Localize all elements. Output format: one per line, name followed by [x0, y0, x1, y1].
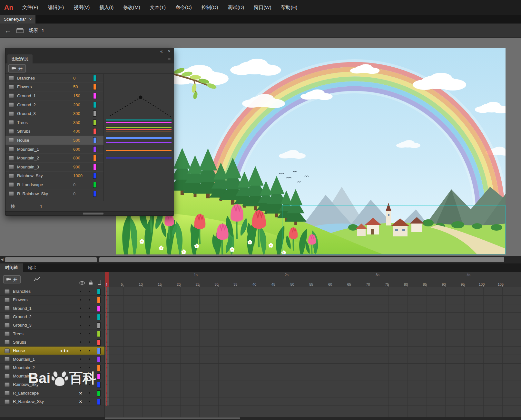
- layer-depth-value[interactable]: 0: [73, 182, 92, 187]
- timeline-grid-row[interactable]: [105, 364, 521, 372]
- timeline-layer-row[interactable]: Mountain_1: [0, 355, 104, 363]
- layer-depth-value[interactable]: 800: [73, 156, 92, 160]
- timeline-grid-row[interactable]: [105, 321, 521, 329]
- layer-visibility-toggle[interactable]: ×: [78, 389, 83, 397]
- layer-visibility-toggle[interactable]: [78, 287, 83, 295]
- layer-lock-toggle[interactable]: [87, 355, 92, 363]
- timeline-grid-row[interactable]: [105, 329, 521, 338]
- menu-item[interactable]: 文本(T): [145, 0, 171, 15]
- scene-breadcrumb-label[interactable]: 场景: [29, 27, 38, 33]
- layer-color-swatch[interactable]: [97, 390, 101, 396]
- depth-viz-line[interactable]: [106, 129, 172, 130]
- timeline-layer-row[interactable]: Trees: [0, 329, 104, 338]
- layer-depth-value[interactable]: 50: [73, 84, 92, 89]
- tab-close-icon[interactable]: ×: [29, 17, 32, 22]
- depth-layer-row[interactable]: Mountain_1600: [5, 145, 103, 154]
- timeline-layer-row[interactable]: House◀▮▶: [0, 347, 104, 355]
- depth-layer-row[interactable]: R_Rainbow_Sky0: [5, 189, 103, 198]
- timeline-grid-row[interactable]: [105, 338, 521, 347]
- layer-color-swatch[interactable]: [97, 297, 101, 303]
- frame-ruler[interactable]: 1s2s3s4s 5101520253035404550556065707580…: [105, 272, 521, 287]
- timeline-grid-row[interactable]: [105, 287, 521, 296]
- timeline-layer-row[interactable]: Ground_2: [0, 313, 104, 321]
- graph-editor-icon[interactable]: [34, 277, 40, 282]
- layer-depth-value[interactable]: 150: [73, 93, 92, 98]
- timeline-tab[interactable]: 输出: [23, 263, 42, 272]
- depth-layer-row[interactable]: House500: [5, 136, 103, 145]
- lock-icon[interactable]: [89, 281, 93, 285]
- layer-depth-value[interactable]: 600: [73, 147, 92, 152]
- timeline-layer-row[interactable]: R_Landscape×: [0, 389, 104, 397]
- layer-visibility-toggle[interactable]: ×: [78, 397, 83, 406]
- depth-layer-row[interactable]: Ground_1150: [5, 91, 103, 100]
- timeline-scrollbar[interactable]: [0, 417, 521, 420]
- depth-viz-line[interactable]: [106, 127, 172, 128]
- depth-viz-line[interactable]: [106, 137, 172, 139]
- timeline-layer-row[interactable]: Mountain_3: [0, 372, 104, 380]
- layer-lock-toggle[interactable]: [87, 347, 92, 355]
- layer-lock-toggle[interactable]: [87, 389, 92, 397]
- depth-layer-row[interactable]: Shrubs400: [5, 127, 103, 136]
- timeline-grid[interactable]: [105, 287, 521, 420]
- depth-layer-row[interactable]: Mountain_2800: [5, 154, 103, 163]
- scroll-left-icon[interactable]: ◀: [1, 257, 3, 262]
- layer-color-swatch[interactable]: [97, 348, 101, 354]
- menu-item[interactable]: 窗口(W): [249, 0, 276, 15]
- app-logo[interactable]: An: [0, 4, 17, 11]
- next-keyframe-icon[interactable]: ▶: [67, 349, 69, 352]
- layer-color-swatch[interactable]: [93, 75, 96, 81]
- layer-lock-toggle[interactable]: [87, 338, 92, 346]
- timeline-layer-row[interactable]: Branches: [0, 287, 104, 296]
- layer-lock-toggle[interactable]: [87, 329, 92, 338]
- depth-viz-line[interactable]: [106, 119, 172, 120]
- document-tab[interactable]: Scenery.fla* ×: [0, 15, 35, 24]
- layer-visibility-toggle[interactable]: [78, 304, 83, 312]
- layer-visibility-toggle[interactable]: [78, 313, 83, 321]
- timeline-layer-row[interactable]: Flowers: [0, 296, 104, 304]
- timeline-grid-row[interactable]: [105, 389, 521, 397]
- playhead-marker[interactable]: 1: [105, 272, 109, 287]
- layer-depth-value[interactable]: 300: [73, 111, 92, 116]
- timeline-grid-row[interactable]: [105, 347, 521, 355]
- layer-color-swatch[interactable]: [97, 382, 101, 388]
- menu-item[interactable]: 视图(V): [69, 0, 94, 15]
- timeline-layer-row[interactable]: R_Rainbow_Sky×: [0, 397, 104, 406]
- layer-color-swatch[interactable]: [97, 322, 101, 329]
- menu-item[interactable]: 命令(C): [171, 0, 197, 15]
- layer-lock-toggle[interactable]: [87, 313, 92, 321]
- depth-viz[interactable]: [104, 74, 174, 201]
- layer-depth-tab[interactable]: 图层深度: [7, 54, 33, 63]
- depth-panel-scrollbar[interactable]: [5, 211, 174, 215]
- menu-item[interactable]: 插入(I): [94, 0, 118, 15]
- layer-color-swatch[interactable]: [97, 331, 101, 337]
- layer-depth-value[interactable]: 200: [73, 102, 92, 107]
- layer-depth-value[interactable]: 0: [73, 76, 92, 81]
- layer-color-swatch[interactable]: [97, 356, 101, 362]
- layer-color-swatch[interactable]: [97, 365, 101, 371]
- menu-item[interactable]: 控制(O): [197, 0, 223, 15]
- depth-viz-line[interactable]: [106, 150, 172, 151]
- layer-visibility-toggle[interactable]: [78, 355, 83, 363]
- back-icon[interactable]: ←: [5, 27, 11, 34]
- layer-visibility-toggle[interactable]: [78, 329, 83, 338]
- layer-lock-toggle[interactable]: [87, 380, 92, 388]
- keyframe-marker-icon[interactable]: ▮: [64, 348, 65, 353]
- layer-color-swatch[interactable]: [93, 128, 96, 134]
- layer-color-swatch[interactable]: [93, 119, 96, 126]
- layer-color-swatch[interactable]: [97, 289, 101, 295]
- depth-layer-row[interactable]: R_Landscape0: [5, 180, 103, 189]
- layer-color-swatch[interactable]: [97, 339, 101, 346]
- depth-viz-line[interactable]: [106, 142, 172, 143]
- depth-layer-row[interactable]: Branches0: [5, 74, 103, 83]
- prev-keyframe-icon[interactable]: ◀: [60, 349, 62, 352]
- playhead-line[interactable]: [106, 287, 107, 406]
- layer-color-swatch[interactable]: [97, 306, 101, 312]
- timeline-grid-row[interactable]: [105, 304, 521, 313]
- layer-visibility-toggle[interactable]: [78, 380, 83, 388]
- layer-lock-toggle[interactable]: [87, 397, 92, 406]
- panel-menu-icon[interactable]: ≡: [168, 56, 171, 62]
- timeline-layer-row[interactable]: Rainbow_Sky: [0, 380, 104, 389]
- timeline-grid-row[interactable]: [105, 380, 521, 389]
- layer-visibility-toggle[interactable]: [78, 347, 83, 355]
- menu-item[interactable]: 调试(D): [223, 0, 249, 15]
